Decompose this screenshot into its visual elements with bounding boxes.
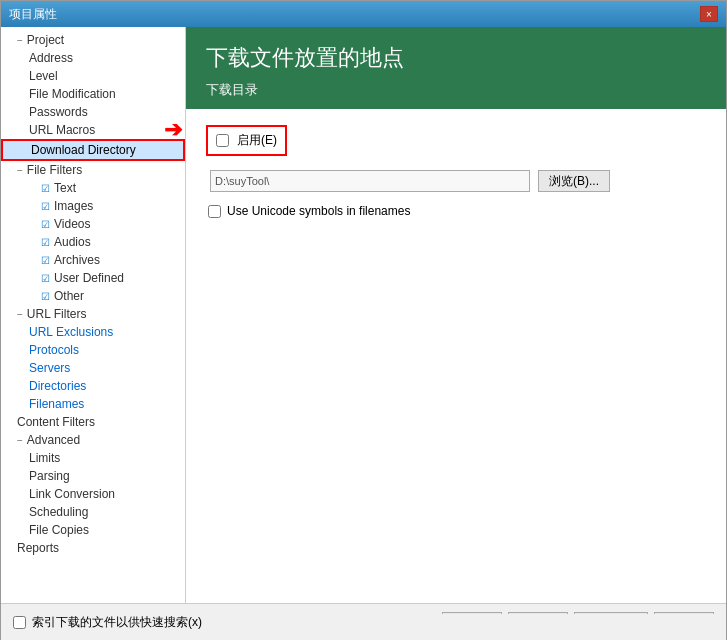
tree-item-other[interactable]: ☑ Other	[1, 287, 185, 305]
main-content: − Project Address Level File Modificatio…	[1, 27, 726, 603]
tree-item-reports[interactable]: Reports	[1, 539, 185, 557]
close-button[interactable]: ×	[700, 6, 718, 22]
tree-item-project[interactable]: − Project	[1, 31, 185, 49]
tree-item-videos[interactable]: ☑ Videos	[1, 215, 185, 233]
tree-item-file-filters[interactable]: − File Filters	[1, 161, 185, 179]
tree-label-text: Text	[54, 181, 76, 195]
tree-item-file-copies[interactable]: File Copies	[1, 521, 185, 539]
checkbox-icon-user-defined: ☑	[41, 273, 50, 284]
tree-label-project: Project	[27, 33, 64, 47]
unicode-checkbox[interactable]	[208, 205, 221, 218]
tree-label-url-macros: URL Macros	[29, 123, 95, 137]
tree-label-url-filters: URL Filters	[27, 307, 87, 321]
window-title: 项目属性	[9, 6, 57, 23]
tree-label-file-filters: File Filters	[27, 163, 82, 177]
tree-item-url-exclusions[interactable]: URL Exclusions	[1, 323, 185, 341]
tree-item-download-directory[interactable]: Download Directory	[1, 139, 185, 161]
tree-item-file-modification[interactable]: File Modification	[1, 85, 185, 103]
tree-item-user-defined[interactable]: ☑ User Defined	[1, 269, 185, 287]
tree-item-servers[interactable]: Servers	[1, 359, 185, 377]
tree-item-filenames[interactable]: Filenames	[1, 395, 185, 413]
checkbox-icon-archives: ☑	[41, 255, 50, 266]
tree-item-scheduling[interactable]: Scheduling	[1, 503, 185, 521]
expand-icon-project: −	[17, 35, 23, 46]
panel-subtitle: 下载目录	[206, 81, 706, 99]
tree-label-link-conversion: Link Conversion	[29, 487, 115, 501]
tree-label-other: Other	[54, 289, 84, 303]
tree-item-audios[interactable]: ☑ Audios	[1, 233, 185, 251]
main-window: 项目属性 × − Project Address Level File Modi…	[0, 0, 727, 640]
tree-label-advanced: Advanced	[27, 433, 80, 447]
title-bar: 项目属性 ×	[1, 1, 726, 27]
tree-label-videos: Videos	[54, 217, 90, 231]
enable-checkbox[interactable]	[216, 134, 229, 147]
tree-item-advanced[interactable]: − Advanced	[1, 431, 185, 449]
tree-label-protocols: Protocols	[29, 343, 79, 357]
unicode-row: Use Unicode symbols in filenames	[208, 204, 706, 218]
unicode-label[interactable]: Use Unicode symbols in filenames	[227, 204, 410, 218]
tree-label-filenames: Filenames	[29, 397, 84, 411]
arrow-indicator: ➔	[164, 117, 182, 143]
tree-item-protocols[interactable]: Protocols	[1, 341, 185, 359]
tree-label-directories: Directories	[29, 379, 86, 393]
checkbox-icon-text: ☑	[41, 183, 50, 194]
expand-icon-file-filters: −	[17, 165, 23, 176]
tree-item-directories[interactable]: Directories	[1, 377, 185, 395]
tree-label-reports: Reports	[17, 541, 59, 555]
right-panel: 下载文件放置的地点 下载目录 启用(E) 浏览(B)... Use Unicod…	[186, 27, 726, 603]
tree-label-servers: Servers	[29, 361, 70, 375]
tree-label-passwords: Passwords	[29, 105, 88, 119]
tree-label-user-defined: User Defined	[54, 271, 124, 285]
tree-label-address: Address	[29, 51, 73, 65]
enable-row: 启用(E)	[206, 125, 287, 156]
checkbox-icon-other: ☑	[41, 291, 50, 302]
tree-item-text[interactable]: ☑ Text	[1, 179, 185, 197]
tree-label-images: Images	[54, 199, 93, 213]
panel-header: 下载文件放置的地点 下载目录	[186, 27, 726, 109]
checkbox-icon-videos: ☑	[41, 219, 50, 230]
tree-item-limits[interactable]: Limits	[1, 449, 185, 467]
path-input[interactable]	[210, 170, 530, 192]
left-panel: − Project Address Level File Modificatio…	[1, 27, 186, 603]
tree-label-level: Level	[29, 69, 58, 83]
checkbox-icon-audios: ☑	[41, 237, 50, 248]
tree-label-audios: Audios	[54, 235, 91, 249]
title-bar-buttons: ×	[700, 6, 718, 22]
tree-item-archives[interactable]: ☑ Archives	[1, 251, 185, 269]
tree-item-passwords[interactable]: Passwords	[1, 103, 185, 121]
tree-item-parsing[interactable]: Parsing	[1, 467, 185, 485]
tree-label-download-directory: Download Directory	[31, 143, 136, 157]
tree-label-file-copies: File Copies	[29, 523, 89, 537]
tree-label-scheduling: Scheduling	[29, 505, 88, 519]
tree-label-archives: Archives	[54, 253, 100, 267]
tree-label-parsing: Parsing	[29, 469, 70, 483]
tree-label-url-exclusions: URL Exclusions	[29, 325, 113, 339]
enable-label[interactable]: 启用(E)	[237, 132, 277, 149]
tree-item-content-filters[interactable]: Content Filters	[1, 413, 185, 431]
expand-icon-url-filters: −	[17, 309, 23, 320]
tree-item-address[interactable]: Address	[1, 49, 185, 67]
tree-label-content-filters: Content Filters	[17, 415, 95, 429]
tree-item-url-filters[interactable]: − URL Filters	[1, 305, 185, 323]
tree-item-link-conversion[interactable]: Link Conversion	[1, 485, 185, 503]
tree-label-limits: Limits	[29, 451, 60, 465]
tree-item-images[interactable]: ☑ Images	[1, 197, 185, 215]
index-checkbox[interactable]	[13, 616, 26, 629]
index-label: 索引下载的文件以供快速搜索(x)	[32, 614, 202, 631]
panel-body: 启用(E) 浏览(B)... Use Unicode symbols in fi…	[186, 109, 726, 603]
checkbox-icon-images: ☑	[41, 201, 50, 212]
tree-label-file-modification: File Modification	[29, 87, 116, 101]
path-row: 浏览(B)...	[210, 170, 706, 192]
browse-button[interactable]: 浏览(B)...	[538, 170, 610, 192]
tree-item-level[interactable]: Level	[1, 67, 185, 85]
panel-title: 下载文件放置的地点	[206, 43, 706, 73]
tree-item-url-macros[interactable]: URL Macros	[1, 121, 185, 139]
expand-icon-advanced: −	[17, 435, 23, 446]
index-checkbox-row: 索引下载的文件以供快速搜索(x)	[1, 614, 726, 639]
